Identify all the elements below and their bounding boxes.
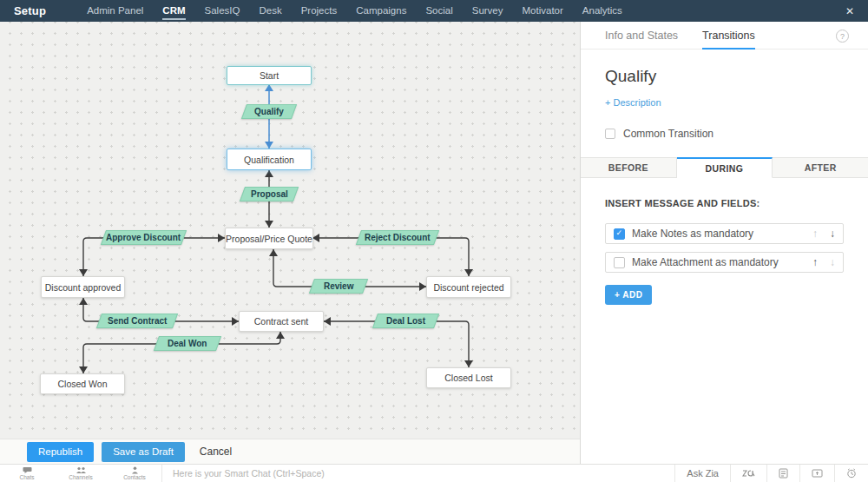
republish-button[interactable]: Republish [27, 442, 94, 462]
move-up-icon[interactable]: ↑ [812, 228, 818, 240]
stage-tab-bar: BEFORE DURING AFTER [581, 157, 868, 178]
move-up-icon[interactable]: ↑ [812, 256, 818, 268]
action-bar: Republish Save as Draft Cancel [0, 439, 580, 464]
close-icon[interactable]: ✕ [845, 5, 854, 17]
nav-item-survey[interactable]: Survey [463, 0, 513, 22]
transition-label-reject-discount[interactable]: Reject Discount [356, 230, 439, 245]
make-attachment-checkbox[interactable] [614, 257, 625, 268]
transition-label-proposal[interactable]: Proposal [240, 187, 299, 201]
notes-icon[interactable] [767, 465, 799, 482]
tab-before[interactable]: BEFORE [581, 157, 677, 178]
transition-label-deal-won[interactable]: Deal Won [154, 336, 221, 351]
setup-brand: Setup [14, 4, 46, 17]
nav-item-campaigns[interactable]: Campaigns [346, 0, 416, 22]
add-description-link[interactable]: + Description [605, 97, 661, 108]
blueprint-canvas[interactable]: Start Qualification Proposal/Price Quote… [0, 22, 580, 439]
help-icon[interactable]: ? [836, 30, 849, 43]
common-transition-label: Common Transition [623, 128, 713, 140]
field-row-make-attachment-mandatory: Make Attachment as mandatory ↑ ↓ [605, 252, 844, 273]
channels-icon [76, 466, 87, 474]
transition-label-approve-discount[interactable]: Approve Discount [101, 230, 187, 245]
tab-during[interactable]: DURING [677, 157, 773, 178]
add-button[interactable]: + ADD [605, 285, 652, 305]
nav-item-salesiq[interactable]: SalesIQ [195, 0, 250, 22]
zia-icon[interactable] [731, 465, 766, 482]
state-node-discount-rejected[interactable]: Discount rejected [426, 276, 511, 298]
field-row-make-notes-mandatory: Make Notes as mandatory ↑ ↓ [605, 223, 844, 244]
make-notes-checkbox[interactable] [614, 228, 625, 240]
reminder-clock-icon[interactable] [835, 465, 868, 482]
screen-share-icon[interactable] [800, 465, 834, 482]
state-node-discount-approved[interactable]: Discount approved [41, 276, 125, 298]
nav-item-analytics[interactable]: Analytics [573, 0, 632, 22]
nav-item-projects[interactable]: Projects [292, 0, 347, 22]
nav-item-motivator[interactable]: Motivator [513, 0, 573, 22]
taskbar-item-chats[interactable]: Chats [0, 466, 54, 480]
transition-label-qualify[interactable]: Qualify [241, 104, 297, 119]
taskbar-item-contacts[interactable]: Contacts [108, 466, 161, 480]
state-node-start[interactable]: Start [227, 66, 312, 85]
tab-info-and-states[interactable]: Info and States [605, 22, 678, 50]
transition-label-deal-lost[interactable]: Deal Lost [372, 314, 439, 328]
insert-message-fields-label: INSERT MESSAGE AND FIELDS: [605, 198, 844, 208]
nav-item-admin-panel[interactable]: Admin Panel [77, 0, 153, 22]
transition-title: Qualify [605, 67, 844, 86]
common-transition-checkbox[interactable] [605, 129, 615, 139]
cancel-button[interactable]: Cancel [200, 446, 232, 458]
nav-item-desk[interactable]: Desk [249, 0, 291, 22]
tab-transitions[interactable]: Transitions [702, 22, 755, 50]
save-as-draft-button[interactable]: Save as Draft [102, 442, 185, 462]
state-node-qualification[interactable]: Qualification [227, 149, 312, 170]
chat-bubble-icon [23, 466, 32, 474]
state-node-closed-won[interactable]: Closed Won [40, 373, 125, 394]
nav-item-crm[interactable]: CRM [153, 0, 194, 22]
taskbar-item-channels[interactable]: Channels [54, 466, 108, 480]
panel-tab-header: Info and States Transitions ? [581, 22, 868, 50]
smart-chat-taskbar: Chats Channels Contacts Here is your Sma… [0, 464, 868, 482]
move-down-icon[interactable]: ↓ [830, 256, 835, 268]
transition-label-review[interactable]: Review [309, 279, 368, 294]
ask-zia-button[interactable]: Ask Zia [675, 465, 730, 482]
transition-label-send-contract[interactable]: Send Contract [96, 314, 178, 328]
smart-chat-hint[interactable]: Here is your Smart Chat (Ctrl+Space) [173, 468, 325, 479]
state-node-closed-lost[interactable]: Closed Lost [426, 367, 511, 388]
move-down-icon[interactable]: ↓ [830, 228, 835, 240]
state-node-contract-sent[interactable]: Contract sent [239, 311, 324, 332]
transition-settings-panel: Info and States Transitions ? Qualify + … [580, 22, 868, 464]
top-navbar: Setup Admin Panel CRM SalesIQ Desk Proje… [0, 0, 868, 22]
nav-item-social[interactable]: Social [416, 0, 462, 22]
tab-after[interactable]: AFTER [773, 157, 868, 178]
state-node-proposal-price-quote[interactable]: Proposal/Price Quote [225, 228, 313, 249]
contact-person-icon [131, 466, 139, 474]
